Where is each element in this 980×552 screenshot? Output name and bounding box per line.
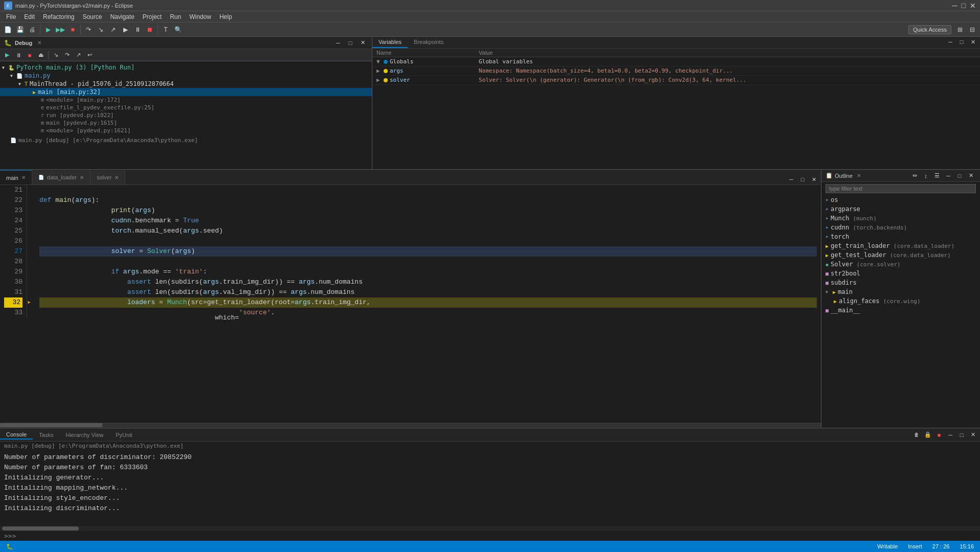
step-back-debug[interactable]: ↩: [84, 50, 95, 60]
close-btn[interactable]: ✕: [970, 2, 976, 10]
console-maximize-btn[interactable]: □: [956, 430, 967, 440]
menu-refactoring[interactable]: Refactoring: [39, 12, 78, 21]
step-out-btn[interactable]: ↗: [107, 24, 119, 35]
outline-item-torch[interactable]: ➤ torch: [823, 232, 978, 241]
maximize-debug-btn[interactable]: □: [345, 38, 355, 48]
outline-item-main-module[interactable]: ■ __main__: [823, 306, 978, 315]
console-minimize-btn[interactable]: ─: [945, 430, 955, 440]
code-area[interactable]: def main(args): print(args) cudnn.benchm…: [35, 185, 821, 318]
outline-item-get-test[interactable]: ▶ get_test_loader (core.data_loader): [823, 250, 978, 260]
console-scroll-lock-btn[interactable]: 🔒: [923, 430, 933, 440]
tree-item-main1615[interactable]: m main [pydevd.py:1615]: [0, 119, 372, 127]
resume-debug-btn[interactable]: ▶: [2, 50, 12, 60]
editor-scrollbar[interactable]: [0, 423, 821, 428]
new-btn[interactable]: 📄: [2, 24, 13, 35]
debug-run-btn[interactable]: ▶▶: [55, 24, 66, 35]
close-debug-btn[interactable]: ✕: [358, 38, 368, 48]
outline-minimize-btn[interactable]: ─: [943, 171, 953, 181]
open-type-btn[interactable]: T: [160, 24, 171, 35]
menu-navigate[interactable]: Navigate: [106, 12, 138, 21]
suspend-debug-btn[interactable]: ⏸: [13, 50, 24, 60]
var-panel-close[interactable]: ✕: [968, 37, 978, 47]
minimize-debug-btn[interactable]: ─: [333, 38, 343, 48]
print-btn[interactable]: 🖨: [27, 24, 38, 35]
tree-item-execfile[interactable]: e execfile_l_pydev_execfile.py:25]: [0, 104, 372, 111]
editor-tab-main[interactable]: main ✕: [0, 170, 32, 185]
maximize-btn[interactable]: □: [962, 2, 966, 10]
tree-item-mainthread[interactable]: ▼ T MainThread - pid_15076_id_2510912870…: [0, 80, 372, 88]
tree-item-mainpy[interactable]: ▼ 📄 main.py: [0, 72, 372, 80]
tab-solver-close[interactable]: ✕: [115, 175, 119, 180]
tab-breakpoints[interactable]: Breakpoints: [408, 37, 450, 48]
menu-edit[interactable]: Edit: [20, 12, 39, 21]
menu-help[interactable]: Help: [215, 12, 236, 21]
outline-item-argparse[interactable]: ➤ argparse: [823, 204, 978, 214]
search-btn[interactable]: 🔍: [172, 24, 184, 35]
menu-run[interactable]: Run: [166, 12, 185, 21]
tab-main-close[interactable]: ✕: [21, 175, 26, 180]
step-into-btn[interactable]: ↘: [95, 24, 106, 35]
outline-item-cudnn[interactable]: ➤ cudnn (torch.backends): [823, 223, 978, 232]
tree-item-pytorch[interactable]: ▼ 🐍 PyTorch main.py (3) [Python Run]: [0, 63, 372, 72]
tree-item-module172[interactable]: m <module> [main.py:172]: [0, 96, 372, 104]
minimize-btn[interactable]: ─: [952, 2, 957, 10]
editor-tab-dataloader[interactable]: 📄 data_loader ✕: [32, 170, 91, 185]
perspective-btn2[interactable]: ⊟: [967, 24, 978, 35]
stop-btn[interactable]: ■: [67, 24, 78, 35]
terminate-btn[interactable]: ⏹: [144, 24, 155, 35]
tab-hierarchy[interactable]: Hierarchy View: [59, 431, 109, 439]
var-row-globals[interactable]: ▼ Globals Global variables: [372, 57, 980, 66]
outline-item-subdirs[interactable]: ■ subdirs: [823, 278, 978, 287]
outline-item-solver[interactable]: ◆ Solver (core.solver): [823, 260, 978, 269]
var-row-solver[interactable]: ▶ solver Solver: Solver(\n (generator): …: [372, 76, 980, 85]
console-close-btn[interactable]: ✕: [968, 430, 978, 440]
outline-maximize-btn[interactable]: □: [954, 171, 965, 181]
disconnect-btn[interactable]: ⏏: [36, 50, 46, 60]
menu-source[interactable]: Source: [78, 12, 106, 21]
status-writable[interactable]: Writable: [875, 543, 900, 549]
editor-maximize-btn[interactable]: □: [797, 174, 808, 185]
run-btn[interactable]: ▶: [42, 24, 54, 35]
outline-filter-input[interactable]: [826, 184, 976, 193]
menu-file[interactable]: File: [2, 12, 20, 21]
tab-variables[interactable]: Variables: [372, 37, 408, 48]
tab-tasks[interactable]: Tasks: [33, 431, 59, 439]
outline-close-btn[interactable]: ✕: [966, 171, 976, 181]
step-over-btn[interactable]: ↷: [83, 24, 94, 35]
menu-window[interactable]: Window: [185, 12, 215, 21]
tab-console[interactable]: Console: [0, 430, 33, 440]
outline-item-munch[interactable]: ➤ Munch (munch): [823, 214, 978, 223]
step-out-debug[interactable]: ↗: [73, 50, 83, 60]
perspective-btn[interactable]: ⊞: [954, 24, 966, 35]
status-position[interactable]: 27 : 26: [930, 543, 952, 549]
outline-item-str2bool[interactable]: ■ str2bool: [823, 269, 978, 278]
editor-minimize-btn[interactable]: ─: [786, 174, 796, 185]
status-insert[interactable]: Insert: [906, 543, 924, 549]
tree-item-run1022[interactable]: r run [pydevd.py:1022]: [0, 111, 372, 119]
outline-sync-btn[interactable]: ⇔: [909, 171, 920, 181]
outline-item-os[interactable]: ➤ os: [823, 195, 978, 204]
console-hscroll[interactable]: [0, 526, 980, 531]
resume-btn[interactable]: ▶: [120, 24, 131, 35]
console-clear-btn[interactable]: 🗑: [911, 430, 922, 440]
outline-item-get-train[interactable]: ▶ get_train_loader (core.data_loader): [823, 241, 978, 250]
suspend-btn[interactable]: ⏸: [132, 24, 143, 35]
var-panel-minimize[interactable]: ─: [945, 37, 955, 47]
save-btn[interactable]: 💾: [14, 24, 26, 35]
terminate-debug-btn[interactable]: ■: [25, 50, 35, 60]
tree-item-main32[interactable]: ▶ main [main.py:32]: [0, 88, 372, 96]
editor-close-btn[interactable]: ✕: [809, 174, 819, 185]
tab-dataloader-close[interactable]: ✕: [80, 175, 84, 180]
quick-access[interactable]: Quick Access: [908, 25, 951, 34]
step-into-debug[interactable]: ↘: [51, 50, 61, 60]
menu-project[interactable]: Project: [139, 12, 166, 21]
tab-pyunit[interactable]: PyUnit: [109, 431, 138, 439]
console-content[interactable]: Number of parameters of discriminator: 2…: [0, 450, 980, 526]
var-row-args[interactable]: ▶ args Namespace: Namespace(batch_size=4…: [372, 66, 980, 76]
outline-sort-btn[interactable]: ↕: [921, 171, 931, 181]
tree-item-module1621[interactable]: m <module> [pydevd.py:1621]: [0, 127, 372, 134]
outline-item-main[interactable]: ▼ ▶ main: [823, 287, 978, 296]
step-over-debug[interactable]: ↷: [62, 50, 72, 60]
outline-item-align-faces[interactable]: ▶ align_faces (core.wing): [823, 296, 978, 306]
outline-hide-btn[interactable]: ☰: [932, 171, 942, 181]
